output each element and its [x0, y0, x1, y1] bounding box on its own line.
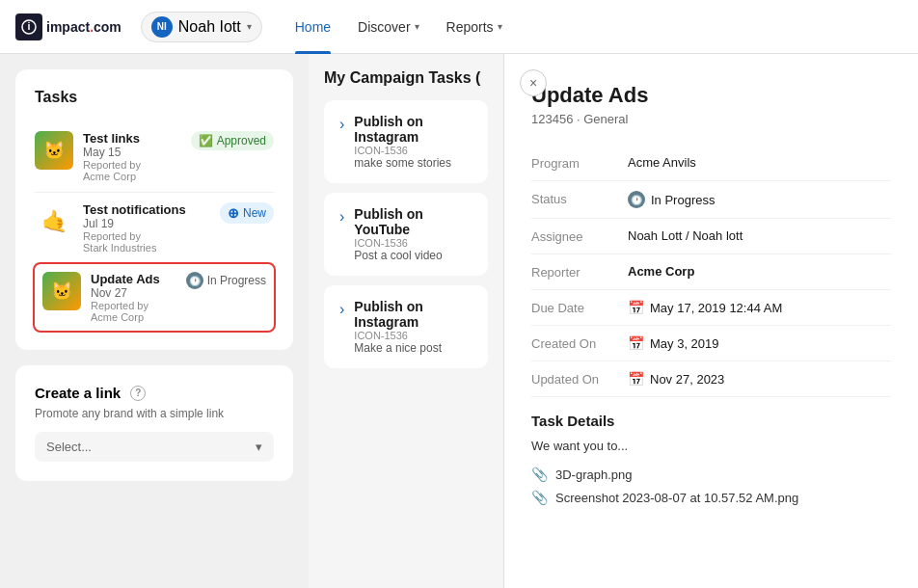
status-new-badge: ⊕ New — [220, 202, 274, 224]
task-date: Jul 19 — [83, 217, 210, 230]
campaign-task-item[interactable]: › Publish on YouTube ICON-1536 Post a co… — [324, 193, 488, 276]
svg-point-2 — [28, 21, 30, 23]
calendar-icon: 📅 — [628, 300, 644, 315]
status-approved-badge: ✅ Approved — [191, 131, 274, 150]
detail-row-program: Program Acme Anvils — [531, 146, 891, 181]
create-link-dropdown[interactable]: Select... ▾ — [35, 432, 274, 462]
paperclip-icon: 📎 — [531, 467, 548, 482]
task-reporter: Reported by Acme Corp — [91, 300, 176, 323]
attachment-name: 3D-graph.png — [555, 468, 633, 482]
task-name: Test links — [83, 131, 181, 146]
task-reporter: Reported by Stark Industries — [83, 230, 210, 254]
task-name: Test notifications — [83, 202, 210, 217]
task-status: ⊕ New — [220, 202, 274, 224]
logo-icon — [15, 13, 42, 40]
arrow-icon: › — [339, 116, 344, 133]
task-info: Test links May 15 Reported by Acme Corp — [83, 131, 181, 182]
create-link-card: Create a link ? Promote any brand with a… — [15, 365, 293, 481]
detail-label: Assignee — [531, 228, 628, 244]
chevron-down-icon: ▾ — [415, 21, 419, 32]
detail-row-reporter: Reporter Acme Corp — [531, 254, 891, 290]
campaign-title: Publish on Instagram — [354, 299, 472, 330]
campaign-info: Publish on Instagram ICON-1536 Make a ni… — [354, 299, 472, 355]
task-name: Update Ads — [91, 272, 176, 286]
task-details-section: Task Details We want you to... 📎 3D-grap… — [531, 413, 891, 505]
task-info: Update Ads Nov 27 Reported by Acme Corp — [91, 272, 176, 323]
detail-label: Program — [531, 155, 628, 171]
detail-label: Updated On — [531, 371, 628, 387]
detail-row-updated-on: Updated On 📅 Nov 27, 2023 — [531, 361, 891, 397]
nav-item-home[interactable]: Home — [282, 0, 344, 54]
arrow-icon: › — [339, 208, 344, 226]
drawer-title: Update Ads — [531, 83, 891, 108]
campaign-id: ICON-1536 — [354, 145, 472, 156]
detail-value: 📅 May 3, 2019 — [628, 335, 891, 351]
attachment-item[interactable]: 📎 3D-graph.png — [531, 467, 891, 482]
task-thumbnail: 🐱 — [35, 131, 73, 170]
dropdown-placeholder: Select... — [46, 440, 92, 454]
task-item-selected[interactable]: 🐱 Update Ads Nov 27 Reported by Acme Cor… — [33, 262, 276, 333]
logo-text: impact.com — [46, 19, 122, 35]
task-item[interactable]: 🐱 Test links May 15 Reported by Acme Cor… — [35, 121, 274, 193]
middle-panel: My Campaign Tasks ( › Publish on Instagr… — [309, 54, 503, 588]
drawer-subtitle: 123456 · General — [531, 112, 891, 126]
task-thumbnail: 🐱 — [42, 272, 81, 310]
chevron-down-icon: ▾ — [247, 21, 252, 32]
detail-value: 📅 Nov 27, 2023 — [628, 371, 891, 387]
clock-icon: 🕐 — [628, 191, 645, 208]
left-panel: Tasks 🐱 Test links May 15 Reported by Ac… — [0, 54, 309, 588]
campaign-id: ICON-1536 — [354, 330, 472, 341]
campaign-desc: Make a nice post — [354, 341, 472, 355]
plus-icon: ⊕ — [228, 205, 239, 221]
task-status: 🕐 In Progress — [186, 272, 266, 289]
calendar-icon: 📅 — [628, 371, 644, 387]
tasks-title: Tasks — [35, 89, 274, 106]
detail-label: Reporter — [531, 264, 628, 280]
detail-row-status: Status 🕐 In Progress — [531, 181, 891, 219]
task-details-text: We want you to... — [531, 439, 891, 453]
campaign-id: ICON-1536 — [354, 237, 472, 249]
campaign-task-item[interactable]: › Publish on Instagram ICON-1536 make so… — [324, 100, 488, 183]
attachment-item[interactable]: 📎 Screenshot 2023-08-07 at 10.57.52 AM.p… — [531, 490, 891, 505]
clock-icon: 🕐 — [186, 272, 203, 289]
tasks-card: Tasks 🐱 Test links May 15 Reported by Ac… — [15, 69, 293, 350]
attachment-name: Screenshot 2023-08-07 at 10.57.52 AM.png — [555, 491, 798, 505]
detail-drawer: × Update Ads 123456 · General Program Ac… — [503, 54, 918, 588]
nav-item-discover[interactable]: Discover ▾ — [344, 0, 432, 54]
campaign-desc: make some stories — [354, 156, 472, 170]
detail-row-assignee: Assignee Noah Lott / Noah lott — [531, 219, 891, 254]
user-name: Noah Iott — [178, 18, 241, 36]
detail-row-created-on: Created On 📅 May 3, 2019 — [531, 326, 891, 361]
avatar: NI — [151, 16, 173, 38]
task-status: ✅ Approved — [191, 131, 274, 150]
detail-label: Due Date — [531, 300, 628, 315]
close-button[interactable]: × — [520, 69, 547, 96]
calendar-icon: 📅 — [628, 335, 644, 351]
detail-value: 🕐 In Progress — [628, 191, 891, 208]
detail-value: Noah Lott / Noah lott — [628, 228, 891, 243]
detail-value: Acme Anvils — [628, 155, 891, 170]
task-thumbnail: 🤙 — [35, 202, 73, 241]
campaign-title: Publish on YouTube — [354, 206, 472, 237]
info-icon: ? — [130, 386, 146, 401]
top-navigation: impact.com NI Noah Iott ▾ Home Discover … — [0, 0, 918, 54]
nav-item-reports[interactable]: Reports ▾ — [433, 0, 516, 54]
task-item[interactable]: 🤙 Test notifications Jul 19 Reported by … — [35, 193, 274, 264]
campaign-tasks-header: My Campaign Tasks ( — [324, 69, 488, 87]
check-icon: ✅ — [199, 134, 213, 147]
task-date: May 15 — [83, 146, 181, 159]
detail-label: Status — [531, 191, 628, 206]
campaign-desc: Post a cool video — [354, 249, 472, 262]
detail-value: Acme Corp — [628, 264, 891, 279]
create-link-desc: Promote any brand with a simple link — [35, 407, 274, 420]
detail-value: 📅 May 17, 2019 12:44 AM — [628, 300, 891, 315]
campaign-task-item[interactable]: › Publish on Instagram ICON-1536 Make a … — [324, 285, 488, 368]
user-pill[interactable]: NI Noah Iott ▾ — [141, 12, 262, 42]
paperclip-icon: 📎 — [531, 490, 548, 505]
task-reporter: Reported by Acme Corp — [83, 159, 181, 182]
create-link-title: Create a link ? — [35, 385, 274, 401]
main-layout: Tasks 🐱 Test links May 15 Reported by Ac… — [0, 54, 918, 588]
campaign-info: Publish on Instagram ICON-1536 make some… — [354, 114, 472, 170]
detail-label: Created On — [531, 335, 628, 351]
campaign-info: Publish on YouTube ICON-1536 Post a cool… — [354, 206, 472, 262]
